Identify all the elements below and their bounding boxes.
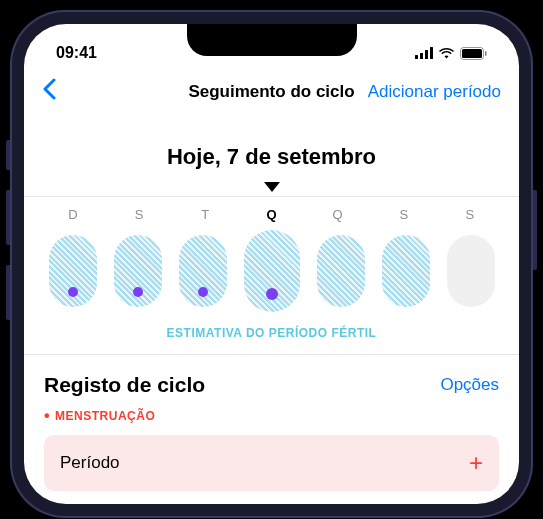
phone-left-buttons (6, 140, 10, 340)
svg-rect-1 (420, 53, 423, 59)
day-oval[interactable] (179, 235, 227, 307)
add-period-button[interactable]: Adicionar período (368, 82, 501, 102)
day-oval[interactable] (49, 235, 97, 307)
screen: 09:41 Seguimento do ciclo Adicionar perí… (24, 24, 519, 504)
silence-switch (6, 140, 10, 170)
cellular-icon (415, 47, 433, 59)
day-oval[interactable] (447, 235, 495, 307)
volume-down (6, 265, 10, 320)
nav-bar: Seguimento do ciclo Adicionar período (24, 68, 519, 116)
day-oval[interactable] (317, 235, 365, 307)
nav-title: Seguimento do ciclo (188, 82, 354, 102)
svg-rect-6 (485, 51, 487, 56)
cycle-ovals-row[interactable] (24, 222, 519, 320)
period-label: Período (60, 453, 120, 473)
options-button[interactable]: Opções (440, 375, 499, 395)
svg-rect-0 (415, 55, 418, 59)
day-label: S (379, 207, 429, 222)
phone-right-buttons (533, 190, 537, 270)
back-icon[interactable] (42, 78, 56, 106)
today-indicator-icon (264, 182, 280, 192)
status-time: 09:41 (56, 44, 97, 62)
notch (187, 24, 357, 56)
log-dot-icon (68, 287, 78, 297)
day-label-today: Q (246, 207, 296, 222)
log-dot-icon (133, 287, 143, 297)
day-label: Q (313, 207, 363, 222)
day-label: D (48, 207, 98, 222)
power-button (533, 190, 537, 270)
cycle-log-header: Registo de ciclo Opções (24, 355, 519, 403)
cycle-log-title: Registo de ciclo (44, 373, 205, 397)
log-dot-icon (266, 288, 278, 300)
fertile-window-label: ESTIMATIVA DO PERÍODO FÉRTIL (24, 320, 519, 355)
svg-rect-2 (425, 50, 428, 59)
day-label: T (180, 207, 230, 222)
day-oval-today[interactable] (244, 230, 300, 312)
wifi-icon (438, 47, 455, 59)
period-log-item[interactable]: Período + (44, 435, 499, 491)
day-label: S (114, 207, 164, 222)
log-dot-icon (198, 287, 208, 297)
day-oval[interactable] (114, 235, 162, 307)
day-oval[interactable] (382, 235, 430, 307)
svg-rect-3 (430, 47, 433, 59)
battery-icon (460, 47, 487, 60)
svg-rect-5 (462, 49, 482, 58)
plus-icon[interactable]: + (469, 449, 483, 477)
day-label: S (445, 207, 495, 222)
menstruation-label: MENSTRUAÇÃO (24, 403, 519, 435)
phone-frame: 09:41 Seguimento do ciclo Adicionar perí… (10, 10, 533, 518)
status-icons (415, 47, 487, 60)
weekday-row: D S T Q Q S S (24, 196, 519, 222)
volume-up (6, 190, 10, 245)
date-header: Hoje, 7 de setembro (24, 144, 519, 170)
